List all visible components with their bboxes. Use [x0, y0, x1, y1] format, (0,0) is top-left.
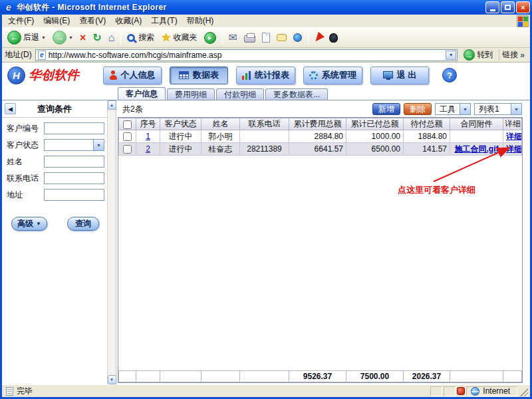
media-button[interactable]: ▸	[201, 31, 219, 45]
forward-button[interactable]: → ▼	[50, 30, 76, 45]
menu-help[interactable]: 帮助(H)	[182, 14, 219, 28]
search-label: 搜索	[138, 32, 154, 43]
row-seq-link[interactable]: 2	[146, 144, 150, 154]
sidebar-scrollbar[interactable]: ▲ ▼	[107, 100, 116, 384]
customer-status-select[interactable]: ▼	[44, 139, 104, 151]
content-area: ◀ 查询条件 客户编号 客户状态 ▼ 姓名	[2, 100, 530, 384]
new-button[interactable]: 新增	[372, 103, 400, 115]
nav-data-table-button[interactable]: 数据表	[170, 66, 228, 84]
custom-tool-button-1[interactable]	[312, 33, 325, 43]
go-button[interactable]: → 转到	[461, 49, 495, 61]
status-cell	[444, 386, 456, 396]
totals-empty-cell	[136, 371, 160, 382]
status-cell	[430, 386, 442, 396]
cell-name: 桂奋志	[201, 143, 240, 156]
select-all-checkbox[interactable]	[123, 120, 132, 129]
nav-exit-button[interactable]: 退 出	[370, 66, 429, 84]
red-flash-icon	[313, 31, 325, 43]
menu-view[interactable]: 查看(V)	[74, 14, 110, 28]
row-checkbox[interactable]	[123, 132, 132, 141]
tab-customer-info[interactable]: 客户信息	[118, 87, 166, 100]
chevron-down-icon: ▼	[93, 140, 104, 150]
address-url: http://www.hc-software.com/hcgis/mainfra…	[49, 51, 444, 60]
nav-label: 统计报表	[255, 69, 289, 81]
customer-id-input[interactable]	[44, 122, 104, 134]
address-dropdown-icon[interactable]: ▼	[446, 51, 456, 60]
status-bar: 完毕 Internet	[2, 384, 530, 397]
tab-expense-detail[interactable]: 费用明细	[167, 88, 215, 100]
customer-id-label: 客户编号	[7, 123, 44, 134]
back-button[interactable]: ← 后退 ▼	[5, 30, 49, 45]
search-icon	[127, 34, 135, 42]
close-button[interactable]: ×	[516, 1, 530, 13]
sidebar-collapse-button[interactable]: ◀	[5, 103, 16, 114]
ie-logo-icon: e	[3, 2, 14, 13]
discuss-button[interactable]	[274, 33, 289, 42]
totals-due: 2026.37	[404, 371, 450, 382]
list-view-dropdown[interactable]: 列表1 ▼	[474, 103, 522, 115]
menu-tools[interactable]: 工具(T)	[146, 14, 182, 28]
browser-toolbar: ← 后退 ▼ → ▼ × ↻ ⌂ 搜索 ★ 收藏夹 ▸ ✉	[2, 28, 530, 48]
address-input[interactable]: e http://www.hc-software.com/hcgis/mainf…	[35, 49, 458, 61]
totals-fee: 9526.37	[289, 371, 346, 382]
delete-button[interactable]: 删除	[404, 103, 432, 115]
tools-dropdown[interactable]: 工具 ▼	[435, 103, 471, 115]
custom-tool-button-2[interactable]	[327, 33, 340, 43]
scroll-up-icon[interactable]: ▲	[108, 100, 116, 110]
customer-status-label: 客户状态	[7, 140, 44, 151]
cell-phone	[240, 130, 289, 143]
home-icon: ⌂	[108, 33, 115, 43]
title-bar: e 华创软件 - Microsoft Internet Explorer ×	[0, 0, 532, 15]
menu-favorites[interactable]: 收藏(A)	[110, 14, 146, 28]
row-detail-link[interactable]: 详细	[506, 144, 522, 154]
nav-statistics-button[interactable]: 统计报表	[236, 66, 295, 84]
exit-icon	[383, 71, 393, 78]
favorites-label: 收藏夹	[174, 32, 198, 43]
col-phone: 联系电话	[240, 118, 289, 130]
nav-label: 退 出	[397, 69, 417, 81]
mail-button[interactable]: ✉	[226, 32, 240, 44]
home-button[interactable]: ⌂	[106, 32, 118, 44]
nav-personal-info-button[interactable]: 个人信息	[103, 66, 162, 84]
annotation-text: 点这里可看客户详细	[398, 184, 475, 196]
advanced-button[interactable]: 高级 ▼	[11, 217, 47, 231]
help-button[interactable]: ?	[442, 68, 457, 82]
phone-input[interactable]	[44, 172, 104, 184]
phone-label: 联系电话	[7, 173, 44, 184]
row-detail-link[interactable]: 详细	[506, 132, 522, 141]
menu-file[interactable]: 文件(F)	[3, 14, 39, 28]
person-icon	[110, 70, 117, 80]
address-input-field[interactable]	[44, 189, 104, 201]
search-button[interactable]: 搜索	[124, 31, 157, 44]
favorites-button[interactable]: ★ 收藏夹	[158, 31, 200, 44]
totals-empty-cell	[503, 371, 522, 382]
name-input[interactable]	[44, 156, 104, 168]
table-header-row: 序号 客户状态 姓名 联系电话 累计费用总额 累计已付总额 待付总额 合同附件 …	[119, 118, 522, 130]
col-attachment: 合同附件	[450, 118, 503, 130]
stop-button[interactable]: ×	[77, 32, 88, 44]
cell-fee: 2884.80	[289, 130, 346, 143]
maximize-button[interactable]	[501, 1, 515, 13]
tab-more-tables[interactable]: 更多数据表...	[265, 88, 328, 100]
query-panel-title: 查询条件	[16, 103, 93, 115]
print-button[interactable]	[241, 32, 258, 43]
refresh-button[interactable]: ↻	[90, 32, 104, 44]
menu-bar: 文件(F) 编辑(E) 查看(V) 收藏(A) 工具(T) 帮助(H)	[2, 15, 530, 28]
query-button[interactable]: 查询	[67, 217, 99, 231]
menu-edit[interactable]: 编辑(E)	[39, 14, 74, 28]
row-checkbox[interactable]	[123, 145, 132, 154]
links-button[interactable]: 链接 »	[499, 49, 527, 61]
row-seq-link[interactable]: 1	[146, 132, 150, 141]
attachment-link[interactable]: 施工合同.gif	[455, 144, 499, 154]
minimize-button[interactable]	[485, 1, 499, 13]
tab-payment-detail[interactable]: 付款明细	[216, 88, 264, 100]
nav-system-admin-button[interactable]: 系统管理	[303, 66, 362, 84]
messenger-button[interactable]	[291, 33, 305, 43]
resize-grip[interactable]	[519, 386, 528, 396]
scroll-down-icon[interactable]: ▼	[108, 375, 116, 384]
toolbar-separator	[120, 31, 121, 45]
data-tabs: 客户信息 费用明细 付款明细 更多数据表...	[2, 88, 530, 100]
cell-phone: 28211389	[240, 143, 289, 156]
field-row-customer-id: 客户编号	[7, 122, 104, 134]
edit-button[interactable]	[259, 32, 273, 43]
